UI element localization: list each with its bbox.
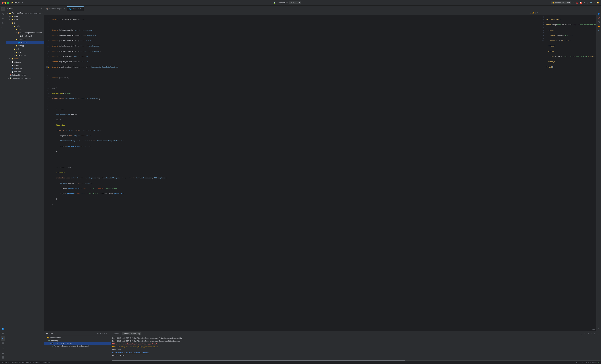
main-layout: ··· 🔷 Project ⚙ xyxy=(0,6,601,361)
tree-item-package[interactable]: ▼ 📦 com.example.thymeleaftest xyxy=(6,31,44,34)
tree-item-target[interactable]: ▶ 📁 target xyxy=(6,57,44,61)
html-code-content[interactable]: 12345 678910 <!DOCTYPE html> <html lang=… xyxy=(540,15,596,328)
log-link[interactable]: http://www.slf4j.org/codes.html#StaticLo… xyxy=(112,351,600,354)
search-btn[interactable]: 🔍 xyxy=(590,1,592,4)
log-more-icon[interactable]: ⋮ xyxy=(597,332,600,335)
status-check[interactable]: ✓ xyxy=(598,362,600,364)
project-view-icon[interactable] xyxy=(1,7,5,11)
tab-testhtml[interactable]: 🌐 test.html ✕ xyxy=(67,6,84,11)
pom-icon: 📋 xyxy=(11,71,14,73)
status-git[interactable]: ⎇ master xyxy=(1,362,9,364)
tree-item-pom[interactable]: 📋 pom.xml xyxy=(6,70,44,73)
close-button[interactable] xyxy=(2,2,4,4)
services-more-icon[interactable]: ⋮ xyxy=(108,332,110,334)
tree-item-mvnw[interactable]: 📄 mvnw xyxy=(6,64,44,67)
svg-point-6 xyxy=(3,13,4,13)
services-tomcat-instance[interactable]: ▼ 🐱 Tomcat 10.1.23 [local] xyxy=(44,342,111,345)
services-tomcat-server[interactable]: ▼ 🐱 Tomcat Server xyxy=(44,336,111,339)
vcs-icon[interactable] xyxy=(1,11,5,16)
tomcat-selector[interactable]: 🐱 Tomcat 10.1.23 ▼ xyxy=(551,1,571,4)
tree-item-scratches[interactable]: ▶ 📝 Scratches and Consoles xyxy=(6,77,44,80)
collapse-icon[interactable]: ▲ xyxy=(535,12,536,14)
build-icon[interactable] xyxy=(1,341,5,345)
html-tab-close[interactable]: ✕ xyxy=(80,8,82,10)
testhtml-icon: 🌐 xyxy=(18,41,20,44)
tree-item-java[interactable]: ▼ 📁 java xyxy=(6,28,44,31)
settings-btn[interactable]: ⚙ xyxy=(594,1,595,4)
status-indent[interactable]: 4 spaces xyxy=(590,362,597,364)
log-wrap-icon[interactable]: ↵ xyxy=(590,332,592,335)
run-config-icon[interactable] xyxy=(1,21,5,25)
html-lang-badge: html xyxy=(592,329,595,331)
tree-item-testresources[interactable]: ▶ 📁 resources xyxy=(6,54,44,57)
java-code-content[interactable]: 12345 678910 1112131415 16171819 20 2122… xyxy=(44,15,540,331)
log-filter-icon[interactable]: ⚙ xyxy=(587,332,590,335)
more-tools-icon[interactable]: ··· xyxy=(1,26,5,30)
services-run-icon[interactable]: ▶ xyxy=(98,332,99,334)
tree-item-helloservlet[interactable]: ☕ HelloServlet xyxy=(6,34,44,38)
tree-item-src[interactable]: ▼ 📁 src xyxy=(6,21,44,25)
problems-icon[interactable] xyxy=(1,351,5,355)
bookmark-icon[interactable]: 📌 xyxy=(597,16,601,20)
tree-item-testhtml[interactable]: 🌐 test.html xyxy=(6,41,44,44)
structure-icon[interactable] xyxy=(597,20,601,24)
tree-item-idea[interactable]: ▶ 📁 .idea xyxy=(6,15,44,18)
services-filter-icon[interactable]: ⚙ xyxy=(102,332,103,334)
tree-item-resources[interactable]: ▼ 📁 resources xyxy=(6,38,44,41)
run-icon[interactable]: ▶ xyxy=(573,1,574,4)
tree-item-gitignore[interactable]: 📄 .gitignore xyxy=(6,61,44,64)
services-running[interactable]: ▼ ▶ Running xyxy=(44,339,111,342)
layers-icon[interactable]: 🔶 xyxy=(597,25,601,28)
tab-helloservlet[interactable]: ☕ HelloServlet.java ✕ xyxy=(44,6,67,11)
services-layout-icon[interactable]: ⊞ xyxy=(104,332,105,334)
tab-catalina[interactable]: Tomcat Catalina Log xyxy=(122,332,141,335)
notifications-btn[interactable]: 🔔 xyxy=(597,1,599,4)
expand-icon[interactable]: ▼ xyxy=(537,12,538,14)
color-picker-icon[interactable]: ◉ xyxy=(597,29,601,32)
minimize-button[interactable] xyxy=(4,2,6,4)
project-selector[interactable]: 📁 Project ▼ xyxy=(11,2,23,4)
more-icon[interactable]: ⋮ xyxy=(587,2,589,4)
branch-selector[interactable]: ⎇ master ▼ xyxy=(289,1,301,4)
tab-more-icon[interactable]: ⋮ xyxy=(598,9,600,11)
services-stop-icon[interactable]: ⏹ xyxy=(99,332,101,334)
todo-icon[interactable] xyxy=(1,332,5,336)
tree-item-ext-libs[interactable]: ▶ 📚 External Libraries xyxy=(6,73,44,77)
log-clear-icon[interactable]: 🗑 xyxy=(593,332,596,335)
testresources-label: resources xyxy=(18,54,26,57)
tree-item-mvn[interactable]: ▶ 📁 .mvn xyxy=(6,18,44,21)
services-add-icon[interactable]: + xyxy=(106,332,107,334)
stop-icon[interactable]: ⏹ xyxy=(583,2,585,4)
src-icon: 📁 xyxy=(11,22,14,24)
services-icon[interactable] xyxy=(1,336,5,341)
html-pane-check-icon[interactable]: ✓ xyxy=(591,12,592,14)
status-pos[interactable]: 10:7 xyxy=(576,362,579,364)
tree-item-test[interactable]: ▼ 📁 test xyxy=(6,47,44,51)
tree-item-testjava[interactable]: ▶ 📁 java xyxy=(6,51,44,54)
tree-item-mvnwcmd[interactable]: m mvnw.cmd xyxy=(6,67,44,70)
terminal-icon[interactable] xyxy=(1,346,5,350)
tab-server[interactable]: Server xyxy=(112,332,121,335)
log-pause-icon[interactable]: ⏸ xyxy=(583,332,586,335)
database-icon[interactable]: 🔷 xyxy=(1,327,5,331)
tree-root[interactable]: ▼ 📁 ThymeleafTest ~/Desktop/CS/JavaEE/1 … xyxy=(6,11,44,15)
java-tab-close[interactable]: ✕ xyxy=(63,8,65,10)
git-icon: ⎇ xyxy=(1,362,3,364)
java-pane-header-right: ⚠ ▲2 ▲ ▼ xyxy=(531,12,538,14)
plugins-icon[interactable] xyxy=(1,355,5,360)
tree-item-webapp[interactable]: ▶ 📁 webapp xyxy=(6,44,44,47)
debug-icon[interactable]: 🐞 xyxy=(576,1,578,4)
notifications-right-icon[interactable]: 🔵 xyxy=(597,12,601,16)
testresources-chevron: ▶ xyxy=(13,54,15,57)
maximize-button[interactable] xyxy=(7,2,9,4)
package-label: com.example.thymeleaftest xyxy=(20,32,42,34)
commit-icon[interactable] xyxy=(1,16,5,20)
gear-icon[interactable]: ⚙ xyxy=(40,7,43,10)
status-le[interactable]: LF xyxy=(581,362,583,364)
tree-item-main[interactable]: ▼ 📁 main xyxy=(6,25,44,28)
log-refresh-icon[interactable]: ↺ xyxy=(581,332,583,335)
html-pane-more-icon[interactable]: ⋮ xyxy=(593,12,595,14)
services-deployment[interactable]: ✓ ThymeleafTest:war exploded [Synchroniz… xyxy=(44,345,111,347)
status-encoding[interactable]: UTF-8 xyxy=(584,362,589,364)
profile-icon[interactable]: ■ xyxy=(580,2,582,4)
